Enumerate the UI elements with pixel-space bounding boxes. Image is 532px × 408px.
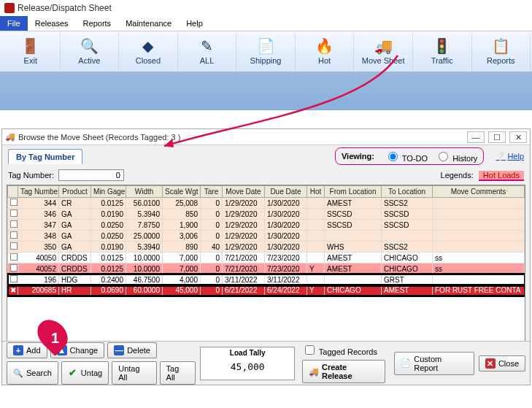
col-hot[interactable]: Hot xyxy=(307,186,325,198)
create-release-button[interactable]: 🚚 Create Release xyxy=(302,360,385,383)
table-row[interactable]: 40050CRDDS0.012510.00007,00007/21/20207/… xyxy=(8,253,525,263)
closed-icon: ◆ xyxy=(119,36,177,56)
table-row[interactable]: 350GA0.01905.3940890401/29/20201/30/2020… xyxy=(8,242,525,253)
window-buttons: — ☐ ✕ xyxy=(466,131,527,143)
tag-all-button[interactable]: Tag All xyxy=(160,361,196,385)
main-title-bar: Release/Dispatch Sheet xyxy=(0,0,532,16)
legend-hot-loads: Hot Loads xyxy=(479,171,524,181)
col-tare[interactable]: Tare xyxy=(201,186,223,198)
col-width[interactable]: Width xyxy=(126,186,163,198)
col-move-date[interactable]: Move Date xyxy=(223,186,265,198)
help-icon: ❔ xyxy=(496,152,506,161)
move-sheet-icon: 🚚 xyxy=(354,36,412,56)
menubar: File Releases Reports Maintenance Help xyxy=(0,16,532,31)
ribbon-spacer xyxy=(0,72,532,110)
viewing-group: Viewing: TO-DO History xyxy=(335,147,484,165)
menu-help[interactable]: Help xyxy=(179,16,210,31)
col-to-location[interactable]: To Location xyxy=(382,186,433,198)
viewing-label: Viewing: xyxy=(342,152,374,161)
col-move-comments[interactable]: Move Comments xyxy=(433,186,525,198)
toolbar-traffic[interactable]: 🚦Traffic xyxy=(413,33,472,72)
menu-file[interactable]: File xyxy=(0,16,28,31)
toolbar-all[interactable]: ✎ALL xyxy=(178,33,237,72)
table-row[interactable]: 346GA0.01905.394085001/29/20201/30/2020S… xyxy=(8,209,525,220)
child-title-text: Browse the Move Sheet (Records Tagged: 3… xyxy=(18,133,180,142)
all-icon: ✎ xyxy=(178,36,236,56)
app-icon xyxy=(4,3,15,13)
legends-label: Legends: xyxy=(441,171,474,180)
minimize-button[interactable]: — xyxy=(467,131,485,143)
toolbar-exit[interactable]: 🚪Exit xyxy=(1,33,61,72)
menu-reports[interactable]: Reports xyxy=(76,16,119,31)
viewing-todo[interactable]: TO-DO xyxy=(385,150,428,163)
col-min-gage[interactable]: Min Gage xyxy=(91,186,126,198)
help-link[interactable]: ❔ Help xyxy=(496,152,524,161)
col-tag-number[interactable]: Tag Number xyxy=(18,186,59,198)
shipping-icon: 📄 xyxy=(236,36,295,56)
move-sheet-grid[interactable]: Tag NumberProductMin GageWidthScale WgtT… xyxy=(7,185,525,348)
menu-releases[interactable]: Releases xyxy=(28,16,76,31)
toolbar-closed[interactable]: ◆Closed xyxy=(119,33,178,72)
col-scale-wgt[interactable]: Scale Wgt xyxy=(163,186,201,198)
col-check[interactable] xyxy=(8,186,18,198)
toolbar-reports[interactable]: 📋Reports xyxy=(472,33,531,72)
load-tally-value: 45,000 xyxy=(205,361,289,372)
untag-all-button[interactable]: Untag All xyxy=(112,361,156,385)
app-title: Release/Dispatch Sheet xyxy=(18,3,112,13)
table-row[interactable]: 344CR0.012556.010025,00801/29/20201/30/2… xyxy=(8,198,525,209)
child-title-bar: 🚚 Browse the Move Sheet (Records Tagged:… xyxy=(2,129,530,145)
custom-report-button[interactable]: 📄 Custom Report xyxy=(394,352,474,375)
tagged-records-check[interactable]: Tagged Records xyxy=(302,343,385,357)
main-toolbar: 🚪Exit🔍Active◆Closed✎ALL📄Shipping🔥Hot🚚Mov… xyxy=(0,31,532,72)
table-row[interactable]: 347GA0.02507.87501,90001/29/20201/30/202… xyxy=(8,220,525,231)
close-button[interactable]: ✕Close xyxy=(479,355,525,372)
toolbar-move-sheet[interactable]: 🚚Move Sheet xyxy=(354,33,413,72)
toolbar-hot[interactable]: 🔥Hot xyxy=(296,33,355,72)
tag-number-label: Tag Number: xyxy=(8,171,54,180)
load-tally-panel: Load Tally 45,000 xyxy=(200,347,294,380)
col-product[interactable]: Product xyxy=(59,186,91,198)
load-tally-label: Load Tally xyxy=(205,349,289,357)
table-row[interactable]: 348GA0.025025.00003,00601/29/20201/30/20… xyxy=(8,231,525,242)
viewing-history[interactable]: History xyxy=(435,150,477,163)
add-button[interactable]: +Add xyxy=(7,342,47,358)
delete-button[interactable]: —Delete xyxy=(107,342,157,358)
tag-number-input[interactable] xyxy=(58,169,124,181)
bottom-bar: +Add ▲Change —Delete 🔍Search ✔Untag Unta… xyxy=(2,341,530,385)
untag-button[interactable]: ✔Untag xyxy=(61,361,109,385)
toolbar-shipping[interactable]: 📄Shipping xyxy=(236,33,296,72)
maximize-button[interactable]: ☐ xyxy=(488,131,506,143)
active-icon: 🔍 xyxy=(61,36,119,56)
move-sheet-window: 🚚 Browse the Move Sheet (Records Tagged:… xyxy=(1,128,531,385)
col-due-date[interactable]: Due Date xyxy=(265,186,307,198)
col-from-location[interactable]: From Location xyxy=(325,186,382,198)
table-row[interactable]: ✖200685HR0.069060.000045,00006/21/20226/… xyxy=(8,285,525,296)
exit-icon: 🚪 xyxy=(1,36,60,56)
reports-icon: 📋 xyxy=(472,36,531,56)
search-button[interactable]: 🔍Search xyxy=(7,361,58,385)
menu-maintenance[interactable]: Maintenance xyxy=(118,16,179,31)
traffic-icon: 🚦 xyxy=(413,36,471,56)
child-window-icon: 🚚 xyxy=(5,132,15,142)
hot-icon: 🔥 xyxy=(296,36,354,56)
tab-by-tag-number[interactable]: By Tag Number xyxy=(8,149,82,164)
toolbar-active[interactable]: 🔍Active xyxy=(61,33,120,72)
table-row[interactable]: 40052CRDDS0.012510.00007,00007/21/20207/… xyxy=(8,263,525,274)
table-row[interactable]: 196HDG0.240046.75004,00003/11/20223/11/2… xyxy=(8,274,525,285)
close-window-button[interactable]: ✕ xyxy=(509,131,527,143)
